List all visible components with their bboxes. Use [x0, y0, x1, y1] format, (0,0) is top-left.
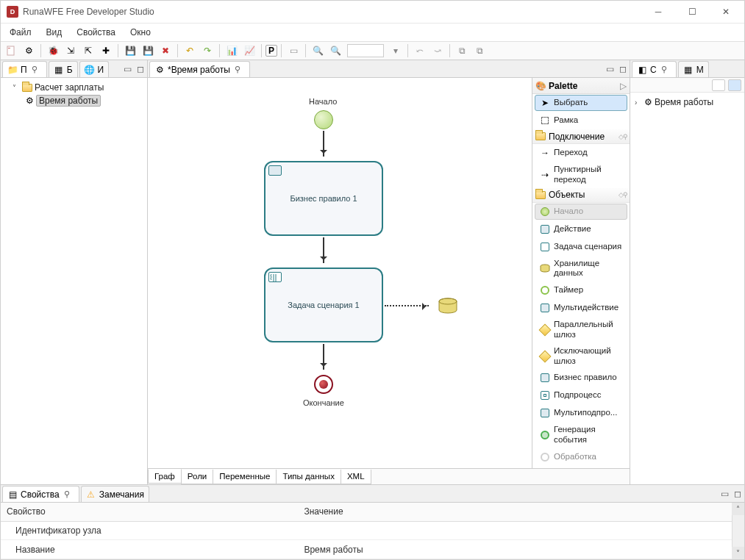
tab-i[interactable]: 🌐 И [79, 61, 110, 77]
data-store-node[interactable] [438, 298, 457, 312]
tool-icon[interactable]: ✚ [98, 43, 114, 59]
maximize-icon[interactable]: ◻ [134, 61, 147, 77]
palette-start[interactable]: Начало [535, 204, 627, 220]
chevron-down-icon[interactable]: ˅ [13, 84, 20, 92]
forward-icon[interactable]: ⤻ [429, 43, 446, 59]
sequence-flow[interactable] [323, 131, 324, 157]
tab-pin-icon[interactable]: ⚲ [661, 65, 671, 75]
delete-icon[interactable]: ✖ [157, 43, 174, 59]
table-row[interactable]: Идентификатор узла [1, 521, 744, 540]
palette-parallel-gateway[interactable]: Параллельный шлюз [535, 317, 627, 342]
dropdown-icon[interactable]: ▾ [388, 43, 404, 59]
table-row[interactable]: Название Время работы [1, 540, 744, 559]
zoom-level-input[interactable] [347, 44, 384, 57]
palette-multi-action[interactable]: Мультидействие [535, 300, 627, 316]
pin-icon[interactable]: ◇ ⚲ [619, 133, 627, 140]
bottom-tab-vars[interactable]: Переменные [213, 470, 277, 484]
minimize-button[interactable]: ─ [641, 1, 675, 24]
close-button[interactable]: ✕ [709, 1, 743, 24]
palette-group-connections[interactable]: Подключение ◇ ⚲ [532, 129, 630, 144]
tab-pin-icon[interactable]: ⚲ [32, 65, 42, 75]
tab-pin-icon[interactable]: ⚲ [64, 489, 74, 500]
business-rule-node[interactable]: Бизнес правило 1 [264, 161, 383, 236]
maximize-icon[interactable]: ◻ [616, 61, 630, 77]
saveall-icon[interactable]: 💾 [140, 43, 156, 59]
bottom-tab-graph[interactable]: Граф [148, 469, 182, 484]
palette-action[interactable]: Действие [535, 221, 627, 237]
palette-timer[interactable]: Таймер [535, 282, 627, 298]
tab-m[interactable]: ▦ М [678, 61, 709, 77]
p-icon[interactable]: P [265, 45, 277, 57]
chevron-right-icon[interactable]: › [635, 98, 642, 107]
gear-icon[interactable]: ⚙ [21, 43, 37, 59]
close-tab-icon[interactable]: ⚲ [235, 65, 245, 75]
chart-icon[interactable]: 📊 [224, 43, 240, 59]
save-icon[interactable]: 💾 [122, 43, 138, 59]
menu-view[interactable]: Вид [39, 25, 70, 40]
scroll-down-icon[interactable]: ˅ [732, 547, 744, 559]
tab-c[interactable]: ◧ С ⚲ [632, 61, 677, 77]
tree-process[interactable]: ⚙ Время работы [2, 94, 146, 107]
copy-icon[interactable]: ⧉ [454, 43, 470, 59]
tab-b[interactable]: ▦ Б [49, 61, 78, 77]
paste-icon[interactable]: ⧉ [471, 43, 488, 59]
outline-btn-icon[interactable] [712, 79, 725, 91]
zoom-in-icon[interactable]: 🔍 [327, 43, 343, 59]
maximize-button[interactable]: ☐ [675, 1, 709, 24]
palette-collapse-icon[interactable]: ▷ [620, 81, 627, 91]
tool-icon[interactable]: ⇲ [63, 43, 79, 59]
undo-icon[interactable]: ↶ [182, 43, 198, 59]
chart-icon[interactable]: 📈 [241, 43, 257, 59]
menu-file[interactable]: Файл [2, 25, 39, 40]
menu-window[interactable]: Окно [123, 25, 158, 40]
palette-event-throw[interactable]: Генерация события [535, 423, 627, 448]
menu-properties[interactable]: Свойства [69, 25, 123, 40]
tool-icon[interactable]: ⇱ [80, 43, 96, 59]
editor-tab-active[interactable]: ⚙ *Время работы ⚲ [149, 61, 250, 77]
start-event-node[interactable] [314, 110, 333, 129]
palette-marquee-tool[interactable]: Рамка [535, 112, 627, 129]
scroll-up-icon[interactable]: ˄ [732, 503, 744, 515]
outline-root[interactable]: › ⚙ Время работы [632, 96, 743, 109]
pin-icon[interactable]: ◇ ⚲ [619, 191, 627, 198]
palette-dashed-transition[interactable]: ⇢ Пунктирный переход [535, 162, 627, 187]
outline-btn-icon[interactable] [728, 79, 741, 91]
back-icon[interactable]: ⤺ [412, 43, 428, 59]
data-association[interactable] [385, 305, 429, 306]
redo-icon[interactable]: ↷ [199, 43, 215, 59]
end-event-node[interactable] [314, 375, 333, 394]
maximize-icon[interactable]: ◻ [731, 486, 744, 502]
palette-multi-subprocess[interactable]: Мультиподпро... [535, 405, 627, 421]
bottom-tab-xml[interactable]: XML [341, 470, 371, 484]
minimize-icon[interactable]: ▭ [603, 61, 616, 77]
folder-icon[interactable]: ▭ [285, 43, 302, 59]
palette-business-rule[interactable]: Бизнес правило [535, 370, 627, 386]
bpmn-canvas[interactable]: Начало Бизнес правило 1 Задача сценария … [148, 78, 532, 468]
minimize-icon[interactable]: ▭ [121, 61, 134, 77]
palette-exclusive-gateway[interactable]: Исключающий шлюз [535, 344, 627, 369]
tree-project[interactable]: ˅ Расчет зарплаты [2, 81, 146, 94]
script-task-node[interactable]: Задача сценария 1 [264, 268, 383, 342]
palette-event-catch[interactable]: Обработка [535, 449, 627, 465]
vertical-scrollbar[interactable]: ˄ ˅ [732, 503, 744, 559]
palette-subprocess[interactable]: Подпроцесс [535, 387, 627, 403]
palette-select-tool[interactable]: ➤ Выбрать [535, 95, 627, 111]
sequence-flow[interactable] [323, 237, 324, 263]
new-icon[interactable] [3, 43, 19, 59]
palette-data-store[interactable]: Хранилище данных [535, 256, 627, 281]
bottom-tab-types[interactable]: Типы данных [276, 470, 341, 484]
palette-script-task[interactable]: Задача сценария [535, 239, 627, 255]
minimize-icon[interactable]: ▭ [718, 486, 731, 502]
outline-tree: › ⚙ Время работы [630, 93, 744, 484]
tab-p[interactable]: 📁 П ⚲ [2, 61, 47, 77]
bottom-tab-roles[interactable]: Роли [181, 470, 213, 484]
tab-problems[interactable]: ⚠ Замечания [81, 486, 149, 502]
tool-icon[interactable]: 🐞 [45, 43, 61, 59]
palette-header[interactable]: 🎨 Palette ▷ [532, 78, 630, 94]
sequence-flow[interactable] [323, 344, 324, 370]
palette-transition[interactable]: → Переход [535, 145, 627, 161]
palette-group-objects[interactable]: Объекты ◇ ⚲ [532, 188, 630, 203]
zoom-out-icon[interactable]: 🔍 [310, 43, 326, 59]
process-icon: ⚙ [26, 96, 34, 106]
tab-properties[interactable]: ▤ Свойства ⚲ [2, 486, 79, 502]
